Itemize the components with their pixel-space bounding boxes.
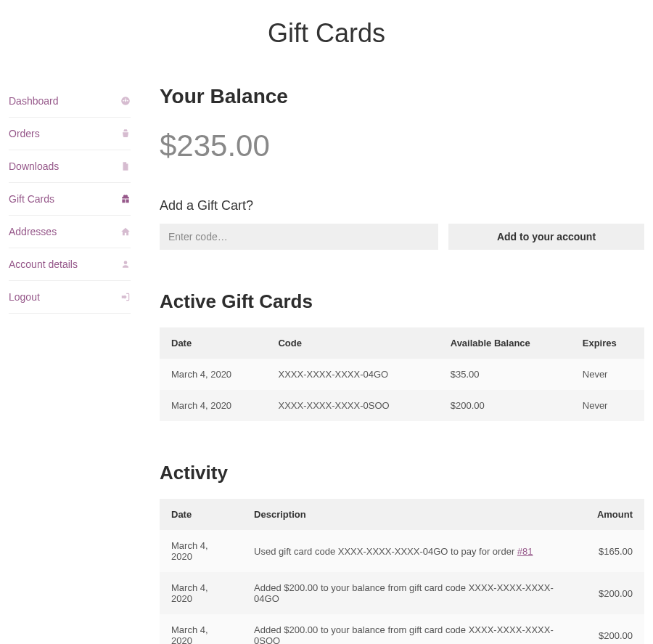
cell-date: March 4, 2020 (160, 614, 242, 644)
balance-amount: $235.00 (160, 129, 644, 163)
cell-code: XXXX-XXXX-XXXX-04GO (266, 359, 438, 390)
cell-amount: $200.00 (586, 614, 644, 644)
dashboard-icon (120, 96, 131, 106)
cell-code: XXXX-XXXX-XXXX-0SOO (266, 390, 438, 421)
sidebar-item-giftcards[interactable]: Gift Cards (9, 183, 131, 216)
gift-icon (120, 194, 131, 204)
col-expires: Expires (571, 327, 644, 359)
page-title: Gift Cards (0, 0, 653, 85)
sidebar-item-label: Orders (9, 128, 40, 139)
home-icon (120, 227, 131, 237)
sidebar-item-label: Dashboard (9, 95, 59, 107)
add-giftcard-heading: Add a Gift Cart? (160, 198, 644, 213)
activity-table: Date Description Amount March 4, 2020Use… (160, 499, 644, 644)
file-icon (120, 161, 131, 171)
table-row: March 4, 2020XXXX-XXXX-XXXX-0SOO$200.00N… (160, 390, 644, 421)
description-text: Used gift card code XXXX-XXXX-XXXX-04GO … (254, 546, 517, 557)
cell-date: March 4, 2020 (160, 390, 266, 421)
sidebar-item-label: Gift Cards (9, 193, 54, 205)
col-code: Code (266, 327, 438, 359)
table-header-row: Date Code Available Balance Expires (160, 327, 644, 359)
cell-amount: $165.00 (586, 530, 644, 572)
cell-amount: $200.00 (586, 572, 644, 614)
sidebar-item-logout[interactable]: Logout (9, 281, 131, 314)
giftcard-code-input[interactable] (160, 224, 438, 250)
cell-expires: Never (571, 359, 644, 390)
order-link[interactable]: #81 (517, 546, 533, 557)
description-text: Added $200.00 to your balance from gift … (254, 582, 554, 604)
user-icon (120, 259, 131, 269)
active-giftcards-table: Date Code Available Balance Expires Marc… (160, 327, 644, 421)
col-date: Date (160, 327, 266, 359)
basket-icon (120, 129, 131, 139)
sidebar-item-orders[interactable]: Orders (9, 118, 131, 150)
table-row: March 4, 2020Added $200.00 to your balan… (160, 572, 644, 614)
activity-heading: Activity (160, 462, 644, 484)
logout-icon (120, 292, 131, 302)
balance-heading: Your Balance (160, 85, 644, 108)
table-row: March 4, 2020Added $200.00 to your balan… (160, 614, 644, 644)
account-sidebar: DashboardOrdersDownloadsGift CardsAddres… (9, 85, 131, 314)
sidebar-item-label: Account details (9, 258, 78, 270)
cell-description: Added $200.00 to your balance from gift … (242, 572, 586, 614)
cell-date: March 4, 2020 (160, 572, 242, 614)
col-description: Description (242, 499, 586, 530)
col-available: Available Balance (439, 327, 571, 359)
col-amount: Amount (586, 499, 644, 530)
cell-date: March 4, 2020 (160, 530, 242, 572)
layout-container: DashboardOrdersDownloadsGift CardsAddres… (0, 85, 653, 644)
description-text: Added $200.00 to your balance from gift … (254, 624, 554, 644)
sidebar-item-label: Addresses (9, 226, 57, 237)
active-giftcards-heading: Active Gift Cards (160, 290, 644, 313)
table-row: March 4, 2020Used gift card code XXXX-XX… (160, 530, 644, 572)
sidebar-item-account[interactable]: Account details (9, 248, 131, 281)
add-giftcard-row: Add to your account (160, 224, 644, 250)
col-date: Date (160, 499, 242, 530)
cell-available: $200.00 (439, 390, 571, 421)
cell-description: Used gift card code XXXX-XXXX-XXXX-04GO … (242, 530, 586, 572)
table-row: March 4, 2020XXXX-XXXX-XXXX-04GO$35.00Ne… (160, 359, 644, 390)
sidebar-item-addresses[interactable]: Addresses (9, 216, 131, 248)
sidebar-item-downloads[interactable]: Downloads (9, 150, 131, 183)
cell-description: Added $200.00 to your balance from gift … (242, 614, 586, 644)
cell-available: $35.00 (439, 359, 571, 390)
sidebar-item-dashboard[interactable]: Dashboard (9, 85, 131, 118)
sidebar-item-label: Downloads (9, 160, 59, 172)
table-header-row: Date Description Amount (160, 499, 644, 530)
main-content: Your Balance $235.00 Add a Gift Cart? Ad… (160, 85, 644, 644)
cell-expires: Never (571, 390, 644, 421)
add-to-account-button[interactable]: Add to your account (448, 224, 644, 250)
sidebar-item-label: Logout (9, 291, 40, 303)
cell-date: March 4, 2020 (160, 359, 266, 390)
